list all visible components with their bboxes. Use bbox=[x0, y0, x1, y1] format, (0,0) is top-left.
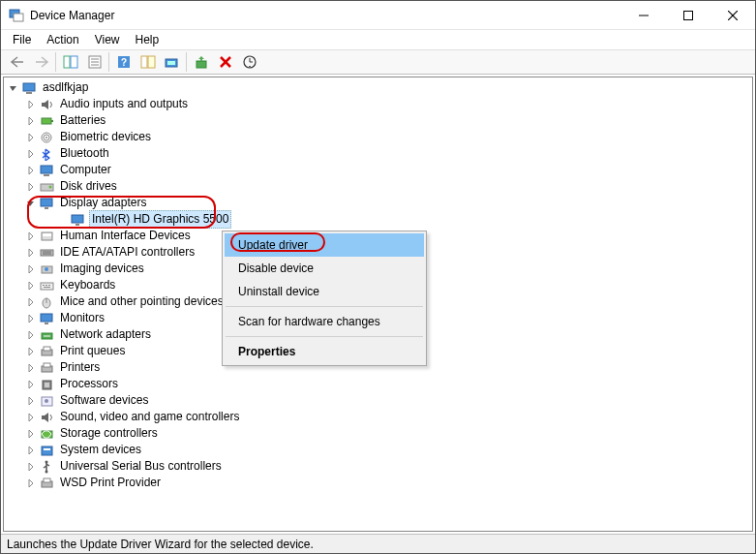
root-computer-icon bbox=[21, 80, 39, 96]
maximize-button[interactable] bbox=[666, 1, 711, 29]
context-menu-item[interactable]: Update driver bbox=[225, 233, 424, 257]
tree-root-label: asdlfkjap bbox=[43, 80, 88, 94]
tree-category[interactable]: Processors bbox=[4, 376, 752, 392]
expand-toggle[interactable] bbox=[25, 148, 37, 160]
help-topics-button[interactable] bbox=[136, 51, 159, 73]
scan-hardware-button[interactable] bbox=[238, 51, 260, 73]
storage-icon bbox=[39, 426, 56, 442]
tree-category[interactable]: System devices bbox=[4, 442, 752, 458]
tree-category[interactable]: Storage controllers bbox=[4, 425, 752, 442]
menu-help[interactable]: Help bbox=[128, 31, 167, 48]
tree-category-label: Computer bbox=[60, 163, 111, 176]
sound-icon bbox=[39, 410, 56, 425]
help-button[interactable]: ? bbox=[112, 51, 135, 73]
expand-toggle[interactable] bbox=[25, 412, 37, 423]
context-menu-item[interactable]: Uninstall device bbox=[225, 280, 424, 303]
tree-category-label: Sound, video and game controllers bbox=[60, 410, 239, 423]
imaging-icon bbox=[39, 262, 56, 277]
tree-category-label: Software devices bbox=[60, 393, 148, 407]
biometric-icon bbox=[39, 130, 56, 145]
tree-category[interactable]: Bluetooth bbox=[4, 145, 752, 162]
svg-rect-22 bbox=[23, 83, 35, 91]
svg-point-66 bbox=[45, 460, 48, 463]
tree-category-label: Bluetooth bbox=[60, 146, 109, 160]
close-button[interactable] bbox=[711, 1, 755, 29]
back-button[interactable] bbox=[6, 51, 28, 73]
scan-button[interactable] bbox=[161, 51, 183, 73]
menu-file[interactable]: File bbox=[5, 31, 39, 48]
expand-toggle[interactable] bbox=[25, 346, 37, 357]
tree-category[interactable]: Universal Serial Bus controllers bbox=[4, 458, 752, 475]
tree-category[interactable]: Disk drives bbox=[4, 178, 752, 195]
tree-category[interactable]: WSD Print Provider bbox=[4, 475, 752, 491]
expand-toggle[interactable] bbox=[25, 263, 37, 275]
tree-category[interactable]: Audio inputs and outputs bbox=[4, 96, 752, 112]
tree-category[interactable]: Software devices bbox=[4, 392, 752, 409]
expand-toggle[interactable] bbox=[25, 362, 37, 374]
svg-rect-7 bbox=[71, 56, 77, 68]
expand-toggle[interactable] bbox=[25, 247, 37, 259]
uninstall-toolbar-button[interactable] bbox=[214, 51, 236, 73]
tree-category[interactable]: Computer bbox=[4, 162, 752, 178]
context-menu-item[interactable]: Scan for hardware changes bbox=[225, 310, 424, 333]
tree-category-label: Disk drives bbox=[60, 179, 117, 193]
tree-category[interactable]: Biometric devices bbox=[4, 129, 752, 145]
expand-toggle[interactable] bbox=[25, 329, 37, 341]
expand-toggle[interactable] bbox=[25, 461, 37, 473]
battery-icon bbox=[39, 113, 56, 129]
expand-toggle[interactable] bbox=[25, 181, 37, 193]
tree-category[interactable]: Display adapters bbox=[4, 195, 752, 211]
context-menu-item[interactable]: Properties bbox=[225, 340, 424, 363]
context-menu-item[interactable]: Disable device bbox=[225, 257, 424, 280]
update-driver-toolbar-button[interactable] bbox=[190, 51, 212, 73]
expand-toggle[interactable] bbox=[8, 82, 19, 94]
svg-rect-23 bbox=[26, 92, 32, 94]
svg-rect-30 bbox=[44, 174, 49, 176]
system-icon bbox=[39, 443, 56, 458]
expand-toggle[interactable] bbox=[25, 165, 37, 176]
properties-toolbar-button[interactable] bbox=[83, 51, 106, 73]
expand-toggle[interactable] bbox=[25, 280, 37, 292]
hid-icon bbox=[39, 229, 56, 244]
expand-toggle[interactable] bbox=[25, 198, 37, 209]
tree-root[interactable]: asdlfkjap bbox=[4, 79, 752, 96]
forward-button[interactable] bbox=[30, 51, 52, 73]
expand-toggle[interactable] bbox=[25, 132, 37, 143]
wsd-icon bbox=[39, 476, 56, 491]
expand-toggle[interactable] bbox=[25, 99, 37, 110]
svg-point-43 bbox=[45, 267, 48, 271]
svg-point-32 bbox=[49, 185, 52, 188]
expand-toggle[interactable] bbox=[25, 296, 37, 308]
printer-icon bbox=[39, 360, 56, 376]
bluetooth-icon bbox=[39, 146, 56, 162]
svg-rect-65 bbox=[44, 448, 50, 450]
device-tree-pane[interactable]: asdlfkjapAudio inputs and outputsBatteri… bbox=[3, 77, 753, 532]
tree-category-label: IDE ATA/ATAPI controllers bbox=[60, 245, 195, 259]
expand-toggle[interactable] bbox=[25, 231, 37, 242]
expand-toggle[interactable] bbox=[25, 477, 37, 489]
monitor-icon bbox=[39, 311, 56, 326]
expand-toggle[interactable] bbox=[25, 379, 37, 390]
svg-point-28 bbox=[45, 137, 47, 138]
tree-category[interactable]: Batteries bbox=[4, 112, 752, 129]
tree-category[interactable]: Sound, video and game controllers bbox=[4, 409, 752, 425]
tree-category-label: Printers bbox=[60, 360, 100, 374]
tree-category-label: Keyboards bbox=[60, 278, 115, 292]
expand-toggle[interactable] bbox=[25, 445, 37, 456]
expand-toggle[interactable] bbox=[25, 428, 37, 440]
audio-icon bbox=[39, 97, 56, 112]
toolbar-separator bbox=[186, 52, 187, 72]
menu-action[interactable]: Action bbox=[39, 31, 86, 48]
menu-view[interactable]: View bbox=[87, 31, 128, 48]
svg-rect-33 bbox=[41, 199, 52, 206]
svg-point-62 bbox=[45, 399, 48, 403]
tree-device-label: Intel(R) HD Graphics 5500 bbox=[92, 212, 228, 226]
expand-toggle[interactable] bbox=[25, 115, 37, 127]
show-hide-console-button[interactable] bbox=[59, 51, 81, 73]
expand-toggle[interactable] bbox=[25, 313, 37, 324]
minimize-button[interactable] bbox=[621, 1, 666, 29]
expand-toggle[interactable] bbox=[25, 395, 37, 407]
tree-category-label: Universal Serial Bus controllers bbox=[60, 459, 222, 473]
toolbar: ? bbox=[1, 49, 755, 75]
tree-device[interactable]: Intel(R) HD Graphics 5500 bbox=[4, 211, 752, 228]
